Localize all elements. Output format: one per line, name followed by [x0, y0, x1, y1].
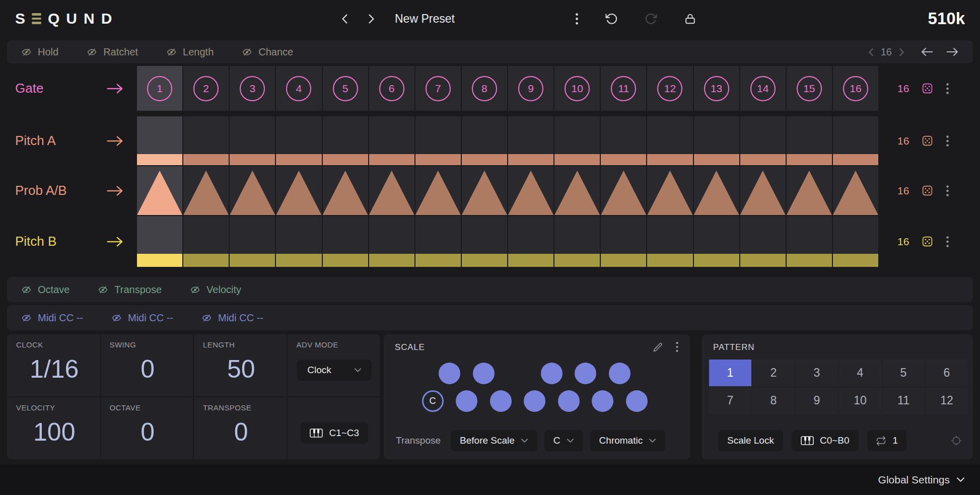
lane-toggle-velocity[interactable]: Velocity: [190, 284, 241, 296]
scale-root-dropdown[interactable]: C: [544, 430, 583, 451]
step-cell-prob-ab-1[interactable]: [137, 166, 182, 215]
lane-toggle-length[interactable]: Length: [166, 46, 214, 58]
pattern-slot-10[interactable]: 10: [839, 387, 881, 414]
page-next-button[interactable]: [899, 48, 904, 56]
key-range-c0-b0-button[interactable]: C0~B0: [792, 430, 859, 451]
lane-toggle-midi-midi-cc-3[interactable]: Midi CC --: [201, 312, 263, 324]
row-menu-kebab-icon[interactable]: [946, 135, 949, 147]
row-step-count[interactable]: 16: [897, 135, 909, 147]
step-cell-pitch-a-6[interactable]: [369, 116, 414, 165]
param-value[interactable]: 0: [234, 417, 248, 447]
undo-button[interactable]: [605, 13, 618, 25]
adv-mode-dropdown[interactable]: Clock: [297, 360, 372, 381]
pattern-slot-9[interactable]: 9: [796, 387, 838, 414]
step-cell-gate-10[interactable]: 10: [554, 66, 600, 111]
step-cell-gate-13[interactable]: 13: [694, 66, 739, 111]
row-direction-arrow-icon[interactable]: [106, 184, 124, 197]
step-cell-gate-8[interactable]: 8: [462, 66, 507, 111]
step-cell-pitch-b-11[interactable]: [601, 216, 646, 267]
step-cell-pitch-b-3[interactable]: [230, 216, 275, 267]
step-cell-pitch-b-10[interactable]: [554, 216, 600, 267]
step-cell-gate-4[interactable]: 4: [276, 66, 321, 111]
step-cell-pitch-b-4[interactable]: [276, 216, 321, 267]
step-cell-gate-11[interactable]: 11: [601, 66, 646, 111]
step-cell-pitch-b-5[interactable]: [323, 216, 368, 267]
step-cell-prob-ab-11[interactable]: [601, 166, 646, 215]
step-cell-prob-ab-7[interactable]: [415, 166, 461, 215]
row-direction-arrow-icon[interactable]: [106, 134, 124, 148]
step-cell-pitch-b-16[interactable]: [833, 216, 878, 267]
lane-toggle-octave[interactable]: Octave: [21, 284, 69, 296]
step-cell-pitch-a-14[interactable]: [740, 116, 786, 165]
lock-button[interactable]: [684, 13, 696, 25]
step-cell-prob-ab-4[interactable]: [276, 166, 321, 215]
scale-key-a[interactable]: [592, 390, 613, 412]
step-cell-gate-3[interactable]: 3: [230, 66, 275, 111]
step-cell-prob-ab-14[interactable]: [740, 166, 786, 215]
row-direction-arrow-icon[interactable]: [106, 235, 124, 248]
step-cell-pitch-b-1[interactable]: [137, 216, 182, 267]
step-cell-pitch-a-7[interactable]: [415, 116, 461, 165]
step-cell-gate-16[interactable]: 16: [833, 66, 878, 111]
step-cell-prob-ab-13[interactable]: [694, 166, 739, 215]
step-cell-gate-14[interactable]: 14: [740, 66, 786, 111]
param-value[interactable]: 0: [141, 355, 155, 384]
step-cell-pitch-b-12[interactable]: [647, 216, 692, 267]
redo-button[interactable]: [645, 13, 657, 25]
pattern-slot-8[interactable]: 8: [752, 387, 795, 414]
follow-playhead-button[interactable]: [951, 435, 962, 446]
scale-key-c-sharp[interactable]: [439, 363, 460, 384]
param-value[interactable]: 100: [33, 417, 75, 447]
pattern-slot-5[interactable]: 5: [882, 360, 925, 386]
step-cell-pitch-a-11[interactable]: [601, 116, 646, 165]
step-cell-prob-ab-10[interactable]: [554, 166, 600, 215]
scale-key-d-sharp[interactable]: [473, 363, 495, 384]
step-cell-pitch-b-8[interactable]: [462, 216, 507, 267]
step-cell-pitch-a-5[interactable]: [323, 116, 368, 165]
scale-key-e[interactable]: [490, 390, 512, 412]
pattern-slot-3[interactable]: 3: [796, 360, 838, 386]
step-cell-gate-12[interactable]: 12: [647, 66, 692, 111]
step-cell-prob-ab-12[interactable]: [647, 166, 692, 215]
key-range-c1-c3-button[interactable]: C1~C3: [301, 422, 368, 444]
shift-left-button[interactable]: [921, 47, 934, 57]
row-direction-arrow-icon[interactable]: [106, 82, 124, 95]
pattern-slot-1[interactable]: 1: [709, 360, 751, 386]
pattern-slot-12[interactable]: 12: [926, 387, 968, 414]
shift-right-button[interactable]: [946, 47, 959, 57]
row-step-count[interactable]: 16: [897, 236, 909, 248]
preset-menu-button[interactable]: [575, 13, 579, 25]
row-menu-kebab-icon[interactable]: [946, 236, 949, 248]
step-cell-pitch-a-13[interactable]: [694, 116, 739, 165]
step-cell-gate-9[interactable]: 9: [508, 66, 553, 111]
pattern-repeat-control[interactable]: 1: [867, 430, 907, 451]
step-cell-pitch-b-6[interactable]: [369, 216, 414, 267]
scale-type-dropdown[interactable]: Chromatic: [590, 430, 666, 451]
transpose-mode-dropdown[interactable]: Before Scale: [451, 430, 537, 451]
scale-key-f-sharp[interactable]: [541, 363, 563, 384]
step-cell-prob-ab-16[interactable]: [833, 166, 878, 215]
page-prev-button[interactable]: [868, 48, 874, 56]
prev-preset-button[interactable]: [341, 14, 348, 24]
step-cell-pitch-a-4[interactable]: [276, 116, 321, 165]
scale-key-b[interactable]: [626, 390, 648, 412]
row-step-count[interactable]: 16: [897, 185, 909, 197]
pattern-slot-4[interactable]: 4: [839, 360, 881, 386]
lane-toggle-ratchet[interactable]: Ratchet: [87, 46, 138, 58]
step-cell-pitch-b-13[interactable]: [694, 216, 739, 267]
pattern-slot-2[interactable]: 2: [752, 360, 795, 386]
row-randomize-dice-icon[interactable]: [922, 236, 933, 247]
step-cell-pitch-a-2[interactable]: [183, 116, 229, 165]
step-cell-pitch-b-14[interactable]: [740, 216, 786, 267]
lane-toggle-chance[interactable]: Chance: [242, 46, 293, 58]
lane-toggle-hold[interactable]: Hold: [21, 46, 58, 58]
step-cell-gate-5[interactable]: 5: [323, 66, 368, 111]
scale-key-d[interactable]: [456, 390, 477, 412]
row-menu-kebab-icon[interactable]: [946, 83, 949, 95]
step-cell-prob-ab-6[interactable]: [369, 166, 414, 215]
step-cell-pitch-a-9[interactable]: [508, 116, 553, 165]
step-cell-gate-15[interactable]: 15: [787, 66, 832, 111]
pattern-slot-7[interactable]: 7: [709, 387, 751, 414]
step-cell-gate-1[interactable]: 1: [137, 66, 182, 111]
row-randomize-dice-icon[interactable]: [922, 83, 933, 94]
